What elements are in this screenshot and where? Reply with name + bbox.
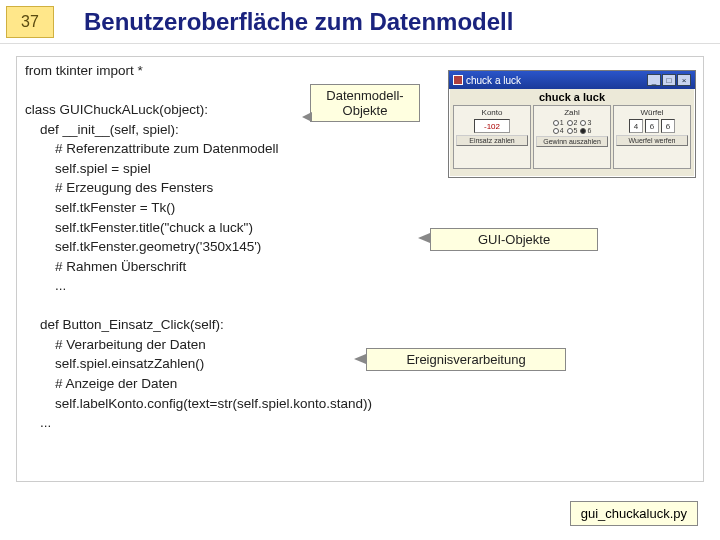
radio-4[interactable]: 4 bbox=[553, 127, 564, 134]
app-icon bbox=[453, 75, 463, 85]
window-title: chuck a luck bbox=[466, 75, 521, 86]
die-1: 4 bbox=[629, 119, 643, 133]
code-line: self.spiel.einsatzZahlen() bbox=[25, 356, 204, 371]
callout-event: Ereignisverarbeitung bbox=[366, 348, 566, 371]
radio-5[interactable]: 5 bbox=[567, 127, 578, 134]
code-line: # Anzeige der Daten bbox=[25, 376, 177, 391]
slide-header: 37 Benutzeroberfläche zum Datenmodell bbox=[0, 0, 720, 44]
wuerfel-button[interactable]: Wuerfel werfen bbox=[616, 135, 688, 146]
einsatz-button[interactable]: Einsatz zahlen bbox=[456, 135, 528, 146]
code-line: self.labelKonto.config(text=str(self.spi… bbox=[25, 396, 372, 411]
die-3: 6 bbox=[661, 119, 675, 133]
radio-2[interactable]: 2 bbox=[567, 119, 578, 126]
code-line: # Referenzattribute zum Datenmodell bbox=[25, 141, 279, 156]
close-icon[interactable]: × bbox=[677, 74, 691, 86]
minimize-icon[interactable]: _ bbox=[647, 74, 661, 86]
code-line: self.tkFenster.title("chuck a luck") bbox=[25, 220, 253, 235]
mock-app-window: chuck a luck _ □ × chuck a luck Konto -1… bbox=[448, 70, 696, 178]
callout-datamodel: Datenmodell- Objekte bbox=[310, 84, 420, 122]
code-line: from tkinter import * bbox=[25, 63, 143, 78]
radio-3[interactable]: 3 bbox=[580, 119, 591, 126]
gewinn-button[interactable]: Gewinn auszahlen bbox=[536, 136, 608, 147]
callout-tail-icon bbox=[302, 112, 312, 122]
panel-zahl: Zahl 1 2 3 4 5 6 Gewinn auszahlen bbox=[533, 105, 611, 169]
code-line: def __init__(self, spiel): bbox=[25, 122, 179, 137]
panel-title: Konto bbox=[482, 108, 503, 117]
radio-1[interactable]: 1 bbox=[553, 119, 564, 126]
app-title: chuck a luck bbox=[453, 91, 691, 103]
die-2: 6 bbox=[645, 119, 659, 133]
code-line: def Button_Einsatz_Click(self): bbox=[25, 317, 224, 332]
panel-wuerfel: Würfel 4 6 6 Wuerfel werfen bbox=[613, 105, 691, 169]
radio-6[interactable]: 6 bbox=[580, 127, 591, 134]
code-line: # Verarbeitung der Daten bbox=[25, 337, 206, 352]
code-line: ... bbox=[25, 415, 51, 430]
callout-tail-icon bbox=[354, 354, 366, 364]
code-line: class GUIChuckALuck(object): bbox=[25, 102, 208, 117]
callout-gui: GUI-Objekte bbox=[430, 228, 598, 251]
filename-label: gui_chuckaluck.py bbox=[570, 501, 698, 526]
konto-value: -102 bbox=[474, 119, 510, 133]
callout-tail-icon bbox=[418, 233, 430, 243]
slide-number: 37 bbox=[6, 6, 54, 38]
panel-konto: Konto -102 Einsatz zahlen bbox=[453, 105, 531, 169]
panel-title: Würfel bbox=[640, 108, 663, 117]
code-line: self.spiel = spiel bbox=[25, 161, 151, 176]
slide-title: Benutzeroberfläche zum Datenmodell bbox=[84, 8, 513, 36]
code-line: ... bbox=[25, 278, 66, 293]
code-line: # Erzeugung des Fensters bbox=[25, 180, 213, 195]
panel-title: Zahl bbox=[564, 108, 580, 117]
code-line: self.tkFenster = Tk() bbox=[25, 200, 175, 215]
code-line: self.tkFenster.geometry('350x145') bbox=[25, 239, 261, 254]
maximize-icon[interactable]: □ bbox=[662, 74, 676, 86]
code-line: # Rahmen Überschrift bbox=[25, 259, 186, 274]
window-titlebar: chuck a luck _ □ × bbox=[449, 71, 695, 89]
